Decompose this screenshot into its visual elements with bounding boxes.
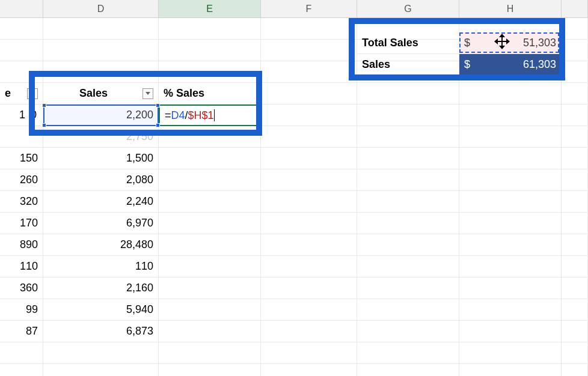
cell-G1[interactable]: Total Sales (357, 32, 459, 54)
range-marching-ants (459, 32, 559, 53)
cell-E4-editing[interactable]: =D4/$H$1 (160, 105, 260, 126)
cell-G2[interactable]: Sales (357, 54, 459, 76)
spreadsheet-grid[interactable]: DEFGH eSales% Sales1 02,2002,7501501,500… (0, 0, 588, 376)
range-D4-ref (43, 105, 159, 126)
cell-H2[interactable]: $61,303 (459, 54, 562, 76)
formula-text: =D4/$H$1 (165, 109, 214, 122)
text-caret (214, 109, 215, 121)
side-ref-cells: Total Sales$51,303Sales$61,303 (0, 0, 588, 376)
